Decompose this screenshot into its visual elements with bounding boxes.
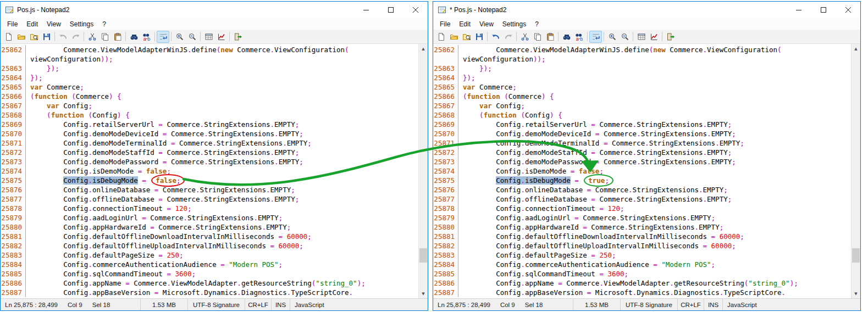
- code-line[interactable]: 25884 Config.commerceAuthenticationAudie…: [433, 260, 851, 269]
- editor[interactable]: 25862 Commerce.ViewModelAdapterWinJS.def…: [1, 44, 428, 298]
- code-line[interactable]: 25885 Config.sqlCommandTimeout = 3600;: [1, 269, 418, 278]
- code-text[interactable]: Config.aadLoginUrl = Commerce.StringExte…: [26, 213, 283, 222]
- line-number[interactable]: 25867: [433, 101, 458, 110]
- line-number[interactable]: 25869: [1, 120, 26, 129]
- code-text[interactable]: (function (Config) {: [458, 110, 562, 120]
- code-text[interactable]: var Commerce;: [458, 82, 517, 92]
- copy-button[interactable]: [531, 31, 544, 43]
- line-number[interactable]: 25873: [1, 157, 26, 166]
- browse-button[interactable]: [27, 31, 40, 43]
- line-number[interactable]: 25870: [1, 129, 26, 138]
- code-text[interactable]: (function (Commerce) {: [26, 92, 121, 101]
- code-line[interactable]: viewConfiguration));: [1, 54, 418, 64]
- code-line[interactable]: 25862 Commerce.ViewModelAdapterWinJS.def…: [433, 45, 851, 54]
- title-bar[interactable]: Pos.js - Notepad2: [1, 2, 428, 18]
- status-insert-mode[interactable]: INS: [704, 299, 723, 310]
- word-wrap-button[interactable]: [589, 31, 602, 43]
- maximize-button[interactable]: [811, 2, 836, 18]
- line-number[interactable]: 25878: [1, 204, 26, 213]
- customize-schemes-button[interactable]: [215, 31, 228, 43]
- line-number[interactable]: 25864: [1, 73, 26, 82]
- vertical-scrollbar[interactable]: ▲ ▼: [851, 44, 860, 298]
- line-number[interactable]: 25870: [433, 129, 458, 138]
- status-insert-mode[interactable]: INS: [272, 299, 290, 310]
- code-text[interactable]: viewConfiguration));: [26, 54, 113, 64]
- code-line[interactable]: 25886 Config.appName = Commerce.ViewMode…: [1, 278, 418, 288]
- zoom-in-button[interactable]: [173, 31, 186, 43]
- code-text[interactable]: Config.commerceAuthenticationAudience = …: [458, 260, 715, 269]
- code-text[interactable]: var Config;: [26, 101, 92, 110]
- scroll-down-arrow[interactable]: ▼: [852, 289, 860, 298]
- open-file-button[interactable]: [447, 31, 460, 43]
- code-text[interactable]: Config.retailServerUrl = Commerce.String…: [26, 120, 299, 129]
- browse-button[interactable]: [460, 31, 473, 43]
- code-text[interactable]: Config.defaultOfflineDownloadIntervalInM…: [458, 232, 744, 241]
- editor[interactable]: 25862 Commerce.ViewModelAdapterWinJS.def…: [433, 44, 860, 298]
- line-number[interactable]: 25871: [433, 138, 458, 148]
- selected-text[interactable]: Config.isDebugMode: [63, 176, 137, 185]
- code-line[interactable]: 25865var Commerce;: [1, 82, 418, 92]
- status-syntax-scheme[interactable]: JavaScript: [723, 299, 860, 310]
- code-line[interactable]: 25867 var Config;: [1, 101, 418, 110]
- replace-button[interactable]: a b: [573, 31, 585, 43]
- redo-button[interactable]: [502, 31, 515, 43]
- menu-edit[interactable]: Edit: [22, 19, 42, 29]
- code-text[interactable]: Config.isDebugMode = false;: [26, 176, 185, 185]
- selected-text[interactable]: Config.isDebugMode: [496, 176, 570, 185]
- scheme-button[interactable]: [635, 31, 648, 43]
- code-line[interactable]: 25879 Config.aadLoginUrl = Commerce.Stri…: [433, 213, 851, 222]
- status-position[interactable]: Ln 25,875 : 28,499 Col 9 Sel 18: [433, 299, 573, 310]
- code-line[interactable]: 25882 Config.defaultOfflineUploadInterva…: [433, 241, 851, 250]
- code-line[interactable]: 25868 (function (Config) {: [433, 110, 851, 120]
- code-text[interactable]: Config.commerceAuthenticationAudience = …: [26, 260, 283, 269]
- code-text[interactable]: Commerce.ViewModelAdapterWinJS.define(ne…: [26, 45, 349, 54]
- close-button[interactable]: [403, 2, 428, 18]
- copy-button[interactable]: [98, 31, 111, 43]
- code-line[interactable]: 25880 Config.appHardwareId = Commerce.St…: [1, 222, 418, 232]
- code-text[interactable]: var Commerce;: [26, 82, 84, 92]
- code-text[interactable]: Config.demoModeDeviceId = Commerce.Strin…: [458, 129, 736, 138]
- replace-button[interactable]: a b: [140, 31, 153, 43]
- line-number[interactable]: 25865: [1, 82, 26, 92]
- open-file-button[interactable]: [15, 31, 27, 43]
- line-number[interactable]: 25884: [433, 260, 458, 269]
- code-text[interactable]: var Config;: [458, 101, 525, 110]
- line-number[interactable]: 25885: [433, 269, 458, 278]
- code-line[interactable]: 25865var Commerce;: [433, 82, 851, 92]
- line-number[interactable]: 25881: [433, 232, 458, 241]
- code-text[interactable]: Config.offlineDatabase = Commerce.String…: [458, 194, 732, 204]
- code-line[interactable]: 25876 Config.onlineDatabase = Commerce.S…: [433, 185, 851, 194]
- line-number[interactable]: 25875: [1, 176, 26, 185]
- code-text[interactable]: });: [458, 64, 492, 73]
- code-text[interactable]: Config.onlineDatabase = Commerce.StringE…: [26, 185, 295, 194]
- code-text[interactable]: Config.appHardwareId = Commerce.StringEx…: [26, 222, 291, 232]
- line-number[interactable]: 25866: [1, 92, 26, 101]
- code-line[interactable]: 25885 Config.sqlCommandTimeout = 3600;: [433, 269, 851, 278]
- save-button[interactable]: [40, 31, 53, 43]
- status-syntax-scheme[interactable]: JavaScript: [290, 299, 428, 310]
- line-number[interactable]: 25886: [1, 278, 26, 288]
- code-line[interactable]: 25881 Config.defaultOfflineDownloadInter…: [433, 232, 851, 241]
- code-text[interactable]: Config.demoModeTerminalId = Commerce.Str…: [26, 138, 312, 148]
- cut-button[interactable]: [518, 31, 531, 43]
- code-line[interactable]: 25879 Config.aadLoginUrl = Commerce.Stri…: [1, 213, 418, 222]
- code-line[interactable]: 25883 Config.defaultPageSize = 250;: [433, 250, 851, 260]
- code-text[interactable]: Config.demoModeDeviceId = Commerce.Strin…: [26, 129, 303, 138]
- line-number[interactable]: 25862: [433, 45, 458, 54]
- code-line[interactable]: 25878 Config.connectionTimeout = 120;: [1, 204, 418, 213]
- code-text[interactable]: (function (Commerce) {: [458, 92, 554, 101]
- close-button[interactable]: [836, 2, 860, 18]
- line-number[interactable]: 25879: [1, 213, 26, 222]
- line-number[interactable]: 25868: [1, 110, 26, 120]
- code-line[interactable]: 25877 Config.offlineDatabase = Commerce.…: [433, 194, 851, 204]
- code-line[interactable]: 25881 Config.defaultOfflineDownloadInter…: [1, 232, 418, 241]
- code-line[interactable]: 25869 Config.retailServerUrl = Commerce.…: [433, 120, 851, 129]
- minimize-button[interactable]: [786, 2, 811, 18]
- code-line[interactable]: 25872 Config.demoModeStaffId = Commerce.…: [433, 148, 851, 157]
- scroll-thumb[interactable]: [419, 248, 427, 263]
- line-number[interactable]: 25868: [433, 110, 458, 120]
- code-text[interactable]: Config.demoModeTerminalId = Commerce.Str…: [458, 138, 744, 148]
- new-file-button[interactable]: [435, 31, 447, 43]
- code-text[interactable]: viewConfiguration));: [458, 54, 546, 64]
- line-number[interactable]: 25887: [433, 288, 458, 297]
